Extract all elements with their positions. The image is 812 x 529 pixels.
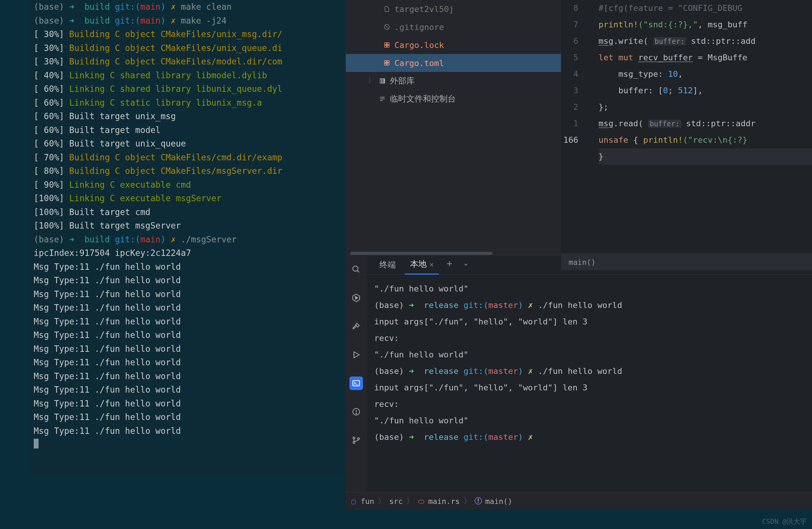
git-branch-icon[interactable] bbox=[349, 433, 363, 447]
breadcrumb: ▢ fun 〉 src 〉 ⬭ main.rs 〉 ⓕ main() bbox=[346, 492, 812, 510]
left-icon-rail bbox=[346, 255, 367, 492]
relative-line-gutter: 87654321166 bbox=[561, 0, 584, 255]
lock-icon bbox=[383, 41, 391, 49]
terminal-dropdown-button[interactable] bbox=[460, 260, 472, 269]
library-icon bbox=[379, 77, 386, 85]
tree-item-label: target2vl50j bbox=[394, 4, 454, 14]
svg-rect-6 bbox=[385, 61, 387, 63]
svg-rect-8 bbox=[385, 63, 387, 65]
svg-line-1 bbox=[385, 25, 389, 29]
tree-item-label: .gitignore bbox=[394, 22, 444, 32]
tree-item-Cargo-toml[interactable]: Cargo.toml bbox=[346, 54, 561, 72]
terminal-tab-label: 终端 bbox=[379, 259, 396, 270]
breadcrumb-p1[interactable]: fun bbox=[361, 497, 374, 506]
svg-rect-12 bbox=[384, 79, 385, 83]
chevron-right-icon: 〉 bbox=[368, 77, 373, 85]
toml-icon bbox=[383, 59, 391, 67]
ide-upper-pane: target2vl50j.gitignoreCargo.lockCargo.to… bbox=[346, 0, 812, 255]
problems-icon[interactable] bbox=[349, 405, 363, 418]
svg-point-26 bbox=[353, 437, 355, 439]
svg-line-17 bbox=[357, 270, 359, 272]
external-terminal-window[interactable]: (base) ➜ build git:(main) ✗ make clean(b… bbox=[29, 0, 346, 475]
svg-point-9 bbox=[387, 63, 389, 65]
run-hex-icon[interactable] bbox=[349, 291, 363, 305]
svg-rect-7 bbox=[387, 61, 389, 63]
svg-rect-3 bbox=[387, 43, 389, 45]
add-terminal-button[interactable] bbox=[443, 260, 456, 269]
svg-rect-4 bbox=[385, 45, 387, 47]
rust-file-icon: ⬭ bbox=[418, 498, 424, 505]
terminal-tab-local-label: 本地 bbox=[410, 259, 427, 270]
svg-rect-10 bbox=[380, 79, 382, 83]
svg-rect-11 bbox=[382, 79, 384, 83]
ide-terminal-panel: 终端 本地✕ "./fun hello world"(base) ➜ relea… bbox=[346, 255, 812, 492]
editor-sticky-footer: main() bbox=[561, 254, 812, 270]
code-editor[interactable]: 87654321166 #[cfg(feature = "CONFIG_DEBU… bbox=[561, 0, 812, 255]
function-icon: ⓕ bbox=[475, 498, 482, 505]
tree-scratch[interactable]: 〉临时文件和控制台 bbox=[346, 90, 561, 108]
watermark: CSDN @洪大宇 bbox=[762, 517, 807, 526]
svg-point-16 bbox=[353, 266, 358, 271]
tree-item-label: Cargo.toml bbox=[394, 58, 444, 68]
hammer-icon[interactable] bbox=[349, 320, 363, 333]
svg-point-27 bbox=[353, 442, 355, 444]
file-icon bbox=[383, 5, 391, 13]
breadcrumb-p3[interactable]: main.rs bbox=[428, 497, 460, 506]
tree-external-libs[interactable]: 〉外部库 bbox=[346, 72, 561, 90]
scratch-icon bbox=[379, 95, 386, 103]
terminal-panel-body: 终端 本地✕ "./fun hello world"(base) ➜ relea… bbox=[367, 255, 812, 492]
svg-rect-2 bbox=[385, 43, 387, 45]
tree-item--gitignore[interactable]: .gitignore bbox=[346, 18, 561, 36]
terminal-tab-title[interactable]: 终端 bbox=[374, 255, 401, 275]
tree-item-target2vl50j[interactable]: target2vl50j bbox=[346, 0, 561, 18]
breadcrumb-p4[interactable]: main() bbox=[485, 497, 512, 506]
tree-horiz-scrollbar[interactable] bbox=[350, 252, 493, 255]
ignore-icon bbox=[383, 23, 391, 31]
editor-context-label: main() bbox=[569, 258, 596, 267]
svg-point-28 bbox=[358, 438, 360, 440]
tree-item-label: Cargo.lock bbox=[394, 40, 444, 50]
svg-marker-19 bbox=[355, 296, 358, 299]
tree-item-label: 临时文件和控制台 bbox=[390, 93, 456, 105]
close-icon[interactable]: ✕ bbox=[430, 260, 434, 268]
terminal-tab-local[interactable]: 本地✕ bbox=[405, 255, 439, 275]
svg-rect-5 bbox=[387, 45, 389, 47]
chevron-right-icon: 〉 bbox=[406, 496, 414, 506]
terminal-icon[interactable] bbox=[349, 377, 363, 390]
svg-marker-20 bbox=[354, 352, 359, 358]
search-icon[interactable] bbox=[349, 263, 363, 276]
project-file-tree[interactable]: target2vl50j.gitignoreCargo.lockCargo.to… bbox=[346, 0, 561, 255]
module-icon: ▢ bbox=[350, 498, 357, 505]
svg-point-25 bbox=[356, 413, 357, 414]
code-content[interactable]: #[cfg(feature = "CONFIG_DEBUGprintln!("s… bbox=[584, 0, 812, 255]
breadcrumb-p2[interactable]: src bbox=[389, 497, 403, 506]
tree-item-label: 外部库 bbox=[390, 75, 415, 87]
play-icon[interactable] bbox=[349, 348, 363, 362]
ide-window: target2vl50j.gitignoreCargo.lockCargo.to… bbox=[346, 0, 812, 510]
terminal-output[interactable]: "./fun hello world"(base) ➜ release git:… bbox=[367, 275, 812, 492]
chevron-right-icon: 〉 bbox=[378, 496, 385, 506]
tree-item-Cargo-lock[interactable]: Cargo.lock bbox=[346, 36, 561, 54]
chevron-right-icon: 〉 bbox=[464, 496, 471, 506]
svg-rect-21 bbox=[353, 381, 360, 386]
